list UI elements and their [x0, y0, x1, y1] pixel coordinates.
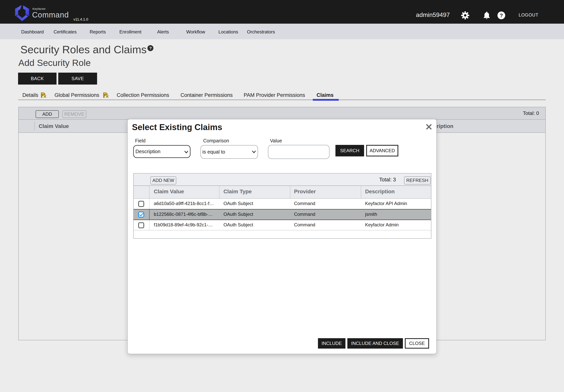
- svg-text:?: ?: [500, 13, 503, 18]
